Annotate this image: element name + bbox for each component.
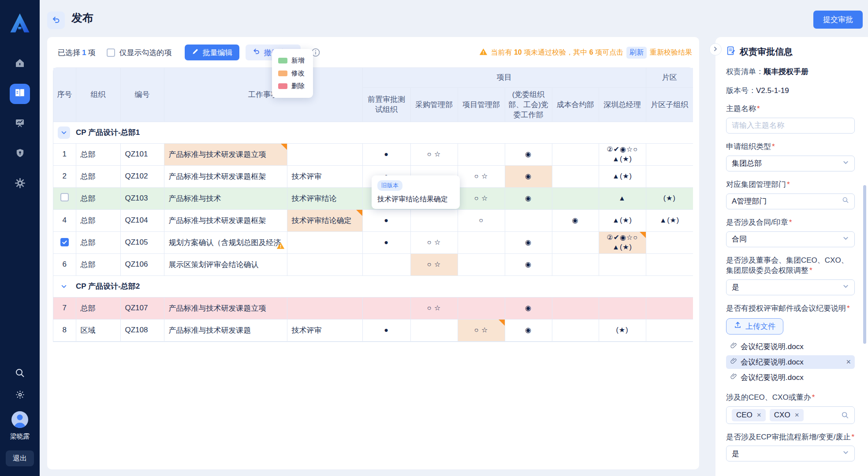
duty-list-row: 权责清单：顺丰授权手册: [726, 67, 855, 77]
panel-scrollbar[interactable]: [863, 185, 866, 344]
duty-list-value: 顺丰授权手册: [764, 67, 808, 76]
board-label: 是否涉及董事会、集团CEO、CXO、集团层级委员会权限调整: [726, 256, 855, 276]
page-title: 发布: [71, 11, 93, 25]
batch-edit-button[interactable]: 批量编辑: [185, 45, 239, 60]
upload-button[interactable]: 上传文件: [726, 318, 783, 335]
preferences-gear-icon[interactable]: [15, 390, 25, 402]
back-button[interactable]: [47, 11, 65, 29]
clickable-count: 6: [589, 48, 593, 56]
table-row: 7总部QZ107产品标准与技术研发课题立项○ ☆◉: [53, 297, 693, 319]
ceo-tag-input[interactable]: CEO×CXO×: [726, 406, 855, 424]
table-row: 4总部QZ104产品标准与技术研发课题框架技术评审结论确定●○◉▲(★)▲(★): [53, 209, 693, 231]
only-checked-toggle[interactable]: 仅显示勾选的项: [107, 48, 171, 58]
logout-button[interactable]: 退出: [6, 450, 34, 466]
task-stage-cell: [287, 143, 362, 165]
warning-icon: [479, 48, 488, 58]
column-header: 项目管理部: [458, 87, 505, 122]
approval-cell: ▲(★): [599, 165, 646, 187]
legend-swatch: [278, 58, 287, 63]
version-row: 版本号：V2.5-1-19: [726, 86, 855, 96]
chevron-down-icon[interactable]: [58, 280, 70, 293]
nav-reports[interactable]: [10, 114, 30, 134]
approval-cell: [505, 209, 552, 231]
file-item[interactable]: 会议纪要说明.docx×: [726, 355, 855, 369]
search-icon: [842, 197, 849, 206]
approval-cell: [552, 319, 599, 341]
chart-icon: [15, 118, 25, 130]
validation-warning: 当前有 10 项未通过校验，其中 6 项可点击 刷新 重新校验结果: [479, 47, 692, 59]
code-cell: QZ107: [120, 297, 164, 319]
chevron-down-icon: [842, 235, 849, 244]
task-cell: 产品标准与技术研发课题: [164, 319, 287, 341]
approval-cell: [362, 297, 410, 319]
approval-cell: ○ ☆: [410, 231, 458, 253]
only-checked-checkbox[interactable]: [107, 48, 115, 57]
column-header: 前置审批测试组织: [362, 87, 410, 122]
org-type-select[interactable]: 集团总部: [726, 156, 855, 171]
approval-cell: ○ ☆: [458, 165, 505, 187]
approval-cell: ▲(★): [646, 209, 693, 231]
table-row: 6总部QZ106展示区策划评审会结论确认○ ☆◉: [53, 253, 693, 275]
group-row[interactable]: CP 产品设计-总部2: [53, 275, 693, 297]
legend-label: 新增: [291, 56, 305, 65]
chevron-right-icon: [713, 45, 718, 53]
document-icon: [726, 46, 736, 58]
approval-cell: ○ ☆: [410, 297, 458, 319]
task-cell: 规划方案确认（含规划总图及经济: [164, 231, 287, 253]
approval-cell: ②✔◉☆○ ▲(★): [599, 143, 646, 165]
nav-settings[interactable]: [10, 174, 30, 194]
approval-cell: ◉: [505, 143, 552, 165]
selected-count: 1: [80, 48, 88, 57]
chevron-down-icon[interactable]: [58, 126, 70, 139]
refresh-link[interactable]: 刷新: [626, 47, 647, 59]
task-stage-cell: [287, 297, 362, 319]
board-select[interactable]: 是: [726, 279, 855, 295]
dept-input[interactable]: A管理部门: [726, 193, 855, 209]
approval-cell: ◉: [505, 187, 552, 209]
remove-tag-icon[interactable]: ×: [757, 411, 761, 420]
legend-label: 修改: [291, 69, 305, 78]
legend-item: 删除: [278, 80, 307, 93]
row-checkbox[interactable]: [60, 238, 69, 246]
panel-collapse-button[interactable]: [709, 43, 722, 56]
ecp-select[interactable]: 是: [726, 446, 855, 461]
approval-cell: ●: [362, 143, 410, 165]
search-icon[interactable]: [15, 368, 25, 380]
col-group-region: 片区: [646, 68, 693, 87]
nav-handbook[interactable]: [10, 84, 30, 104]
row-number: 2: [53, 165, 76, 187]
approval-cell: [646, 165, 693, 187]
file-item[interactable]: 会议纪要说明.docx: [726, 340, 855, 353]
row-checkbox-cell: [53, 187, 76, 209]
org-cell: 总部: [76, 253, 120, 275]
gear-icon: [15, 178, 26, 190]
org-cell: 区域: [76, 319, 120, 341]
app-logo: [8, 11, 32, 36]
subject-input[interactable]: 请输入主题名称: [726, 118, 855, 134]
file-item[interactable]: 会议纪要说明.docx: [726, 371, 855, 384]
row-checkbox[interactable]: [60, 193, 69, 201]
user-name: 梁晓露: [10, 432, 30, 441]
remove-tag-icon[interactable]: ×: [795, 411, 799, 420]
book-icon: [14, 87, 26, 100]
ceo-label: 涉及的CEO、CXO或董办: [726, 393, 855, 403]
task-cell: 产品标准与技术研发课题立项: [164, 143, 287, 165]
contract-select[interactable]: 合同: [726, 231, 855, 247]
submit-approval-button[interactable]: 提交审批: [813, 11, 863, 29]
approval-cell: [458, 297, 505, 319]
row-number: 6: [53, 253, 76, 275]
avatar[interactable]: [11, 411, 28, 428]
chevron-down-icon: [842, 159, 849, 168]
col-seq: 序号: [53, 68, 76, 122]
code-cell: QZ103: [120, 187, 164, 209]
remove-file-icon[interactable]: ×: [846, 357, 851, 367]
code-cell: QZ104: [120, 209, 164, 231]
task-stage-cell: 技术评审: [287, 319, 362, 341]
row-number: 1: [53, 143, 76, 165]
nav-security[interactable]: [10, 144, 30, 164]
approval-cell: ○ ☆: [410, 143, 458, 165]
paperclip-icon: [730, 357, 737, 367]
nav-home[interactable]: [10, 54, 30, 74]
group-row[interactable]: CP 产品设计-总部1: [53, 122, 693, 143]
approval-cell: [552, 143, 599, 165]
